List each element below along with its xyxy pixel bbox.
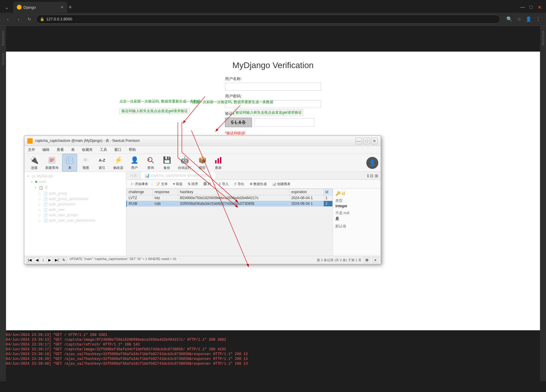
url-text: 127.0.0.1:8000 bbox=[46, 17, 72, 21]
toolbar-new-query[interactable]: 新建查询 bbox=[43, 154, 61, 171]
auto-label: 自动运行 bbox=[178, 166, 191, 170]
new-tab-btn[interactable]: + bbox=[68, 4, 72, 11]
col-expiration[interactable]: expiration bbox=[289, 189, 323, 195]
tab-captcha[interactable]: 📊 captcha_captchastore @main (MyDj... bbox=[141, 172, 216, 179]
col-hashkey[interactable]: hashkey bbox=[178, 189, 289, 195]
tree-auth-user-label: auth_user bbox=[49, 208, 65, 212]
tab-object-label: 对象 bbox=[130, 173, 137, 178]
forward-btn[interactable]: › bbox=[14, 15, 23, 23]
close-btn[interactable]: ✕ bbox=[535, 3, 544, 11]
tab-object[interactable]: 对象 bbox=[126, 172, 141, 179]
col-challenge[interactable]: challenge bbox=[127, 189, 153, 195]
close-window-btn[interactable]: ✕ bbox=[371, 138, 378, 144]
toolbar-backup[interactable]: 💾 备份 bbox=[159, 154, 174, 171]
col-response[interactable]: response bbox=[153, 189, 178, 195]
sort-btn[interactable]: ⇅ 排序 bbox=[186, 181, 200, 187]
toolbar-model[interactable]: 📦 模型 bbox=[195, 154, 210, 171]
menu-favorites[interactable]: 收藏夹 bbox=[81, 147, 94, 153]
reload-btn[interactable]: ↻ bbox=[25, 15, 34, 23]
record-count: 1 bbox=[41, 258, 45, 262]
menu-view[interactable]: 查看 bbox=[56, 147, 65, 153]
nav-last-btn[interactable]: ▶| bbox=[54, 257, 60, 263]
table-row-selected[interactable]: RUIB ruib 32f5008af36afa34cf1bbfb02743dc… bbox=[127, 201, 333, 207]
toolbar-auto[interactable]: 🤖 自动运行 bbox=[176, 154, 194, 171]
captcha-hint2: 验证码输入框失去焦点会发送get请求验证 bbox=[119, 108, 190, 114]
data-table: challenge response hashkey expiration id bbox=[126, 189, 333, 207]
structure-icon[interactable]: Structure bbox=[1, 50, 5, 67]
minimize-window-btn[interactable]: — bbox=[356, 138, 362, 144]
data-gen-btn[interactable]: ⚙ 数据生成 bbox=[248, 181, 269, 187]
address-input[interactable]: 🔒 127.0.0.1:8000 bbox=[36, 15, 500, 24]
word-book-icon[interactable]: Word Book bbox=[541, 28, 545, 48]
tab-split-btn[interactable]: ⊟ bbox=[370, 173, 374, 178]
back-btn[interactable]: ‹ bbox=[4, 15, 12, 23]
tree-item-auth-user-groups[interactable]: ▷ 📄 auth_user_groups bbox=[26, 212, 125, 218]
tree-item-main[interactable]: ▼ ■ main bbox=[26, 179, 125, 184]
navicat-sidebar: ▼ 🗂 MyDjango ▼ ■ main ▼ 📋 表 bbox=[24, 172, 126, 256]
nav-prev-btn[interactable]: ◀ bbox=[34, 257, 40, 263]
begin-transaction-btn[interactable]: ▷ 开始事务 bbox=[129, 181, 150, 187]
tree-item-auth-user[interactable]: ▷ 📄 auth_user bbox=[26, 207, 125, 212]
new-query-label: 新建查询 bbox=[45, 166, 58, 170]
nav-first-btn[interactable]: |◀ bbox=[27, 257, 33, 263]
menu-file[interactable]: 文件 bbox=[27, 147, 36, 153]
tab-fullscreen-btn[interactable]: ⊞ bbox=[375, 173, 378, 178]
toolbar-trigger[interactable]: ⚡ 触发器 bbox=[111, 154, 126, 171]
table-label: 表 bbox=[68, 166, 71, 170]
arrow-icon: ▷ bbox=[39, 197, 42, 201]
toolbar-user[interactable]: 👤 用户 bbox=[127, 154, 142, 171]
captcha-image[interactable]: SLAB bbox=[225, 118, 252, 127]
menu-window[interactable]: 窗口 bbox=[113, 147, 123, 153]
tree-item-auth-group[interactable]: ▷ 📄 auth_group bbox=[26, 191, 125, 196]
view-grid-btn[interactable]: ⊞ bbox=[364, 257, 370, 263]
nav-refresh-btn[interactable]: ↻ bbox=[61, 257, 67, 263]
tree-item-auth-permission[interactable]: ▷ 📄 auth_permission bbox=[26, 202, 125, 207]
username-input[interactable] bbox=[225, 83, 321, 91]
toolbar-table[interactable]: 表 bbox=[62, 154, 77, 172]
table-row[interactable]: LVTZ lvtz 8f24990e750d1820609bebca2656a4… bbox=[127, 195, 333, 201]
view-list-btn[interactable]: ≡ bbox=[372, 257, 378, 263]
import-btn[interactable]: ⇩ 导入 bbox=[216, 181, 231, 187]
menu-tools[interactable]: 工具 bbox=[99, 147, 108, 153]
tree-item-auth-group-perms[interactable]: ▷ 📄 auth_group_permissions bbox=[26, 196, 125, 202]
maximize-btn[interactable]: □ bbox=[527, 3, 535, 11]
tree-item-tables[interactable]: ▼ 📋 表 bbox=[26, 184, 125, 191]
toolbar-view[interactable]: 👁 视图 bbox=[78, 154, 93, 171]
create-chart-btn[interactable]: 📊 创建图表 bbox=[270, 181, 292, 187]
table-scroll[interactable]: challenge response hashkey expiration id bbox=[126, 189, 381, 256]
backup-label: 备份 bbox=[164, 166, 170, 170]
toolbar-chart[interactable]: 图表 bbox=[211, 154, 226, 171]
toolbar-index[interactable]: A-Z 索引 bbox=[94, 154, 110, 171]
address-bar: ‹ › ↻ 🔒 127.0.0.1:8000 🔍 ☆ 👤 ⋮ bbox=[0, 13, 546, 26]
browser-tab-active[interactable]: Django ✕ bbox=[13, 2, 67, 13]
menu-table[interactable]: 表 bbox=[70, 147, 76, 153]
maximize-window-btn[interactable]: □ bbox=[363, 138, 370, 144]
col-id[interactable]: id bbox=[323, 189, 332, 195]
profile-btn[interactable]: ⌄ bbox=[2, 3, 11, 11]
svg-rect-5 bbox=[66, 157, 73, 163]
menu-edit[interactable]: 编辑 bbox=[41, 147, 51, 153]
minimize-btn[interactable]: — bbox=[518, 3, 527, 11]
toolbar-query[interactable]: 查询 bbox=[143, 154, 158, 171]
query-icon bbox=[146, 155, 155, 165]
tab-info-btn[interactable]: ℹ bbox=[367, 173, 369, 178]
tree-item-myddjango[interactable]: ▼ 🗂 MyDjango bbox=[26, 173, 125, 179]
text-btn[interactable]: 📝 文本 bbox=[154, 181, 170, 187]
export-btn[interactable]: ⇧ 导出 bbox=[232, 181, 246, 187]
tree-auth-user-user-perms-label: auth_user_user_permissions bbox=[49, 218, 95, 223]
navicat-tab-bar: 对象 📊 captcha_captchastore @main (MyDj...… bbox=[126, 172, 381, 180]
tree-main-label: main bbox=[38, 180, 46, 184]
profile-menu-btn[interactable]: 👤 bbox=[524, 15, 533, 23]
toolbar-connect[interactable]: 🔌 连接 bbox=[27, 154, 42, 171]
nav-next-btn[interactable]: ▶ bbox=[46, 257, 52, 263]
captcha-input[interactable] bbox=[254, 118, 314, 127]
bookmark-btn[interactable]: ☆ bbox=[515, 15, 523, 23]
filter-btn[interactable]: ▾ 筛选 bbox=[171, 181, 184, 187]
columns-btn[interactable]: ☰ 列 bbox=[201, 181, 213, 187]
menu-help[interactable]: 帮助 bbox=[128, 147, 137, 153]
search-btn[interactable]: 🔍 bbox=[505, 15, 514, 23]
menu-btn[interactable]: ⋮ bbox=[534, 15, 542, 23]
tree-item-auth-user-user-perms[interactable]: ▷ 📄 auth_user_user_permissions bbox=[26, 218, 125, 223]
bookmarks-icon[interactable]: Bookmarks bbox=[1, 28, 5, 48]
tab-close-btn[interactable]: ✕ bbox=[61, 5, 64, 9]
